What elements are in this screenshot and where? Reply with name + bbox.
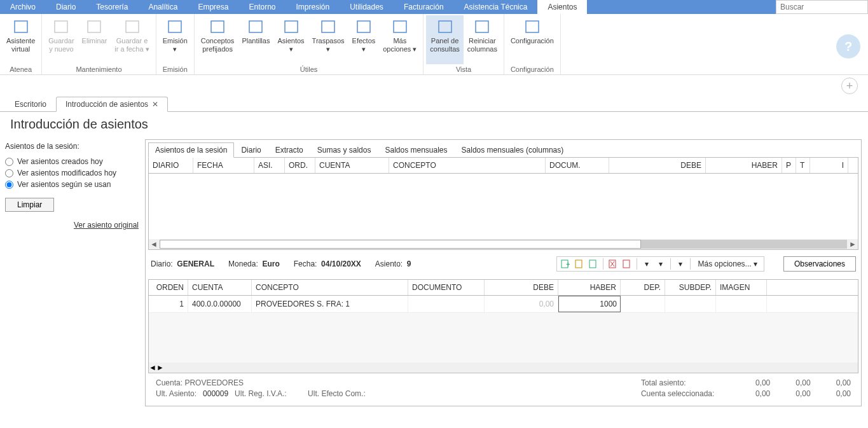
inner-tab[interactable]: Asientos de la sesión bbox=[148, 142, 234, 158]
more-options[interactable]: Más opciones... ▾ bbox=[694, 259, 761, 268]
tool-icon[interactable]: + bbox=[560, 258, 571, 270]
col-header[interactable]: DEP. bbox=[621, 280, 665, 295]
radio-option[interactable]: Ver asientos modificados hoy bbox=[5, 169, 139, 177]
inner-tab[interactable]: Saldos mensuales bbox=[378, 142, 454, 158]
side-heading: Asientos de la sesión: bbox=[5, 142, 139, 151]
ribbon-panel-de[interactable]: Panel deconsultas bbox=[426, 15, 463, 64]
ribbon-más[interactable]: Másopciones ▾ bbox=[379, 15, 420, 64]
h-scrollbar[interactable]: ◄► bbox=[149, 239, 858, 249]
radio-option[interactable]: Ver asientos creados hoy bbox=[5, 157, 139, 166]
ribbon-reiniciar[interactable]: Reiniciarcolumnas bbox=[464, 15, 501, 64]
svg-rect-0 bbox=[15, 21, 27, 32]
inner-tab[interactable]: Diario bbox=[234, 142, 268, 158]
col-header[interactable]: I bbox=[810, 158, 848, 173]
col-header[interactable]: DEBE bbox=[609, 158, 706, 173]
observations-button[interactable]: Observaciones bbox=[783, 256, 856, 272]
ribbon-emisión[interactable]: Emisión▾ bbox=[159, 15, 191, 64]
col-header[interactable]: DEBE bbox=[485, 280, 558, 295]
cell[interactable]: 1000 bbox=[558, 296, 621, 312]
clear-button[interactable]: Limpiar bbox=[5, 198, 54, 212]
cell bbox=[621, 296, 665, 312]
cell bbox=[665, 296, 716, 312]
menu-tesorería[interactable]: Tesorería bbox=[86, 0, 138, 14]
menu-impresión[interactable]: Impresión bbox=[286, 0, 340, 14]
svg-rect-11 bbox=[439, 21, 451, 32]
col-header[interactable]: SUBDEP. bbox=[665, 280, 716, 295]
svg-rect-12 bbox=[476, 21, 488, 32]
tab-introducción-de-asientos[interactable]: Introducción de asientos✕ bbox=[56, 97, 168, 112]
svg-text:+: + bbox=[566, 260, 570, 268]
svg-rect-4 bbox=[169, 21, 181, 32]
col-header[interactable]: DOCUM. bbox=[546, 158, 609, 173]
col-header[interactable]: ASI. bbox=[254, 158, 285, 173]
tool-icon[interactable]: ▾ bbox=[655, 258, 666, 270]
col-header[interactable]: CUENTA bbox=[188, 280, 252, 295]
help-icon[interactable]: ? bbox=[836, 34, 860, 59]
menu-facturación[interactable]: Facturación bbox=[394, 0, 454, 14]
svg-rect-5 bbox=[211, 21, 224, 32]
cell bbox=[408, 296, 485, 312]
col-header[interactable]: HABER bbox=[706, 158, 782, 173]
ribbon-guardar: Guardary nuevo bbox=[45, 15, 78, 64]
col-header[interactable]: DIARIO bbox=[149, 158, 193, 173]
cell bbox=[716, 296, 767, 312]
h-scrollbar[interactable]: ◄► bbox=[149, 362, 858, 373]
inner-tab[interactable]: Extracto bbox=[268, 142, 310, 158]
ribbon-configuración[interactable]: Configuración bbox=[507, 15, 558, 64]
col-header[interactable]: CONCEPTO bbox=[252, 280, 408, 295]
menu-utilidades[interactable]: Utilidades bbox=[340, 0, 394, 14]
col-header[interactable]: T bbox=[796, 158, 810, 173]
radio-option[interactable]: Ver asientos según se usan bbox=[5, 180, 139, 189]
menu-analítica[interactable]: Analítica bbox=[138, 0, 188, 14]
svg-rect-21 bbox=[623, 260, 630, 268]
close-icon[interactable]: ✕ bbox=[152, 100, 158, 109]
svg-rect-13 bbox=[526, 21, 539, 32]
svg-rect-16 bbox=[575, 260, 582, 268]
menu-asistencia técnica[interactable]: Asistencia Técnica bbox=[454, 0, 538, 14]
ribbon-efectos[interactable]: Efectos▾ bbox=[348, 15, 380, 64]
col-header[interactable]: HABER bbox=[558, 280, 621, 295]
menu-entorno[interactable]: Entorno bbox=[238, 0, 286, 14]
tool-icon[interactable] bbox=[621, 258, 633, 270]
menu-diario[interactable]: Diario bbox=[46, 0, 86, 14]
col-header[interactable]: P bbox=[782, 158, 796, 173]
cell: 0,00 bbox=[485, 296, 558, 312]
inner-tab[interactable]: Sumas y saldos bbox=[310, 142, 378, 158]
ribbon-traspasos[interactable]: Traspasos▾ bbox=[308, 15, 348, 64]
tool-icon[interactable] bbox=[588, 258, 599, 270]
col-header[interactable]: CUENTA bbox=[315, 158, 389, 173]
cell: 1 bbox=[149, 296, 188, 312]
tool-icon[interactable]: ▾ bbox=[675, 258, 686, 270]
ribbon-asistente[interactable]: Asistentevirtual bbox=[3, 15, 39, 64]
menu-empresa[interactable]: Empresa bbox=[188, 0, 238, 14]
col-header[interactable]: DOCUMENTO bbox=[408, 280, 485, 295]
add-icon[interactable]: + bbox=[841, 78, 858, 94]
col-header[interactable]: IMAGEN bbox=[716, 280, 767, 295]
cell: 400.0.0.00000 bbox=[188, 296, 252, 312]
col-header[interactable]: CONCEPTO bbox=[389, 158, 546, 173]
page-title: Introducción de asientos bbox=[0, 112, 868, 137]
tool-icon[interactable]: ▾ bbox=[641, 258, 652, 270]
svg-rect-9 bbox=[357, 21, 370, 32]
cell: PROVEEDORES S. FRA: 1 bbox=[252, 296, 408, 312]
col-header[interactable]: FECHA bbox=[193, 158, 254, 173]
svg-rect-1 bbox=[55, 21, 67, 32]
tool-icon[interactable] bbox=[607, 258, 619, 270]
tool-icon[interactable] bbox=[574, 258, 585, 270]
ribbon-asientos[interactable]: Asientos▾ bbox=[273, 15, 308, 64]
col-header[interactable]: ORDEN bbox=[149, 280, 188, 295]
menu-archivo[interactable]: Archivo bbox=[0, 0, 46, 14]
search-input[interactable] bbox=[776, 1, 867, 13]
ribbon-conceptos[interactable]: Conceptosprefijados bbox=[197, 15, 238, 64]
svg-rect-7 bbox=[285, 21, 298, 32]
entry-toolbar: + ▾ ▾ ▾ Más opciones... ▾ bbox=[556, 256, 764, 272]
svg-rect-10 bbox=[394, 21, 406, 32]
inner-tab[interactable]: Saldos mensuales (columnas) bbox=[455, 142, 571, 158]
ribbon-guardar-e: Guardar eir a fecha ▾ bbox=[111, 15, 153, 64]
ribbon-plantillas[interactable]: Plantillas bbox=[238, 15, 273, 64]
original-link[interactable]: Ver asiento original bbox=[5, 221, 139, 230]
tab-escritorio[interactable]: Escritorio bbox=[5, 97, 56, 112]
menu-asientos[interactable]: Asientos bbox=[537, 0, 587, 14]
svg-rect-3 bbox=[126, 21, 139, 32]
col-header[interactable]: ORD. bbox=[285, 158, 315, 173]
